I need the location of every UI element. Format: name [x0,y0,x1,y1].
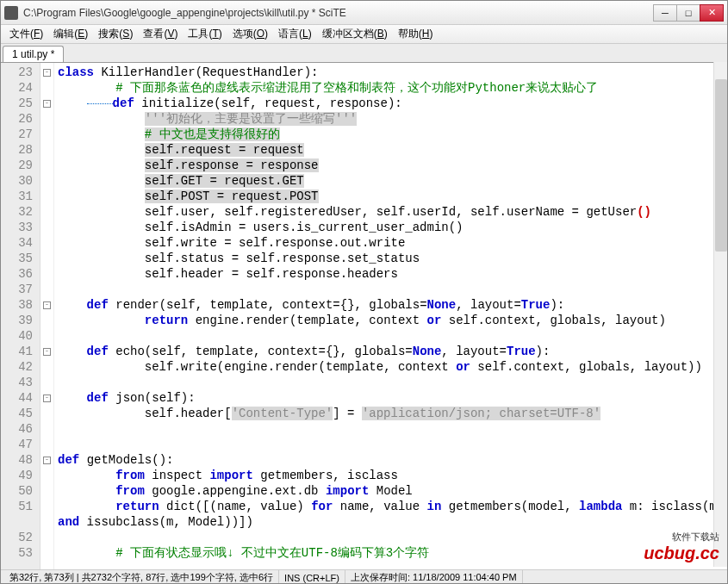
line-number: 24 [1,80,33,96]
fold-toggle[interactable]: - [40,297,53,313]
line-number: 32 [1,204,33,220]
app-icon [4,6,18,20]
code-line[interactable]: '''初始化，主要是设置了一些缩写''' [58,111,727,127]
code-line[interactable] [58,282,727,297]
code-line[interactable]: def getModels(): [58,452,727,468]
line-number: 50 [1,483,33,499]
vertical-scrollbar[interactable] [713,62,727,567]
code-line[interactable]: self.write = self.response.out.write [58,235,727,251]
fold-toggle[interactable]: - [40,344,53,359]
menu-f[interactable]: 文件(F) [4,25,48,43]
menu-v[interactable]: 查看(V) [138,25,183,43]
code-line[interactable]: self.response = response [58,158,727,173]
menu-h[interactable]: 帮助(H) [393,25,439,43]
line-number: 52 [1,530,33,545]
line-number: 28 [1,142,33,158]
line-number: 44 [1,390,33,406]
code-line[interactable]: self.request = request [58,142,727,158]
line-number: 25 [1,96,33,111]
code-line[interactable] [58,530,727,545]
code-line[interactable]: return engine.render(template, context o… [58,313,727,328]
code-line[interactable] [58,437,727,452]
line-number: 31 [1,189,33,204]
line-number: 45 [1,406,33,421]
code-line[interactable]: from inspect import getmembers, isclass [58,468,727,483]
line-number: 48 [1,452,33,468]
line-number: 29 [1,158,33,173]
code-line[interactable]: self.status = self.response.set_status [58,251,727,266]
line-number-gutter: 2324252627282930313233343536373839404142… [1,63,40,569]
code-line[interactable]: self.GET = request.GET [58,173,727,189]
code-line[interactable] [58,375,727,390]
status-bar: 第32行, 第73列 | 共2732个字符, 87行, 选中199个字符, 选中… [1,569,727,584]
line-number: 35 [1,251,33,266]
status-mode: INS (CR+LF) [279,570,345,584]
menu-l[interactable]: 语言(L) [273,25,317,43]
fold-toggle[interactable]: - [40,96,53,111]
maximize-button[interactable]: □ [676,4,700,22]
minimize-button[interactable]: ─ [653,4,677,22]
menu-t[interactable]: 工具(T) [183,25,227,43]
code-line[interactable]: # 下面那条蓝色的虚线表示缩进混用了空格和制表符，这个功能对Pythoner来说… [58,80,727,96]
line-number: 43 [1,375,33,390]
line-number: 23 [1,65,33,80]
line-number: 47 [1,437,33,452]
menu-e[interactable]: 编辑(E) [48,25,93,43]
line-number: 30 [1,173,33,189]
menu-b[interactable]: 缓冲区文档(B) [317,25,393,43]
code-line[interactable]: self.POST = request.POST [58,189,727,204]
window-controls: ─ □ ✕ [654,4,724,22]
line-number: 37 [1,282,33,297]
code-line[interactable]: return dict([(name, value) for name, val… [58,499,727,530]
line-number: 33 [1,220,33,235]
close-button[interactable]: ✕ [700,4,724,22]
editor-area[interactable]: 2324252627282930313233343536373839404142… [1,63,727,569]
line-number: 49 [1,468,33,483]
fold-toggle[interactable]: - [40,452,53,468]
status-saved: 上次保存时间: 11/18/2009 11:04:40 PM [345,570,523,584]
line-number: 38 [1,297,33,313]
code-line[interactable]: class KillerHandler(RequestHandler): [58,65,727,80]
menu-s[interactable]: 搜索(S) [93,25,138,43]
code-line[interactable]: self.write(engine.render(template, conte… [58,359,727,375]
code-line[interactable]: def json(self): [58,390,727,406]
scrollbar-thumb[interactable] [715,79,727,252]
line-number: 41 [1,344,33,359]
code-line[interactable] [58,421,727,437]
window-title: C:\Program Files\Google\google_appengine… [23,7,654,19]
code-line[interactable]: self.header = self.response.headers [58,266,727,282]
line-number: 51 [1,499,33,514]
code-line[interactable]: # 下面有状态显示哦↓ 不过中文在UTF-8编码下算3个字符 [58,545,727,561]
line-number: 40 [1,328,33,344]
code-line[interactable]: def echo(self, template, context={}, glo… [58,344,727,359]
code-line[interactable]: def initialize(self, request, response): [58,96,727,111]
line-number: 42 [1,359,33,375]
line-number: 53 [1,545,33,561]
fold-toggle[interactable]: - [40,390,53,406]
code-line[interactable]: from google.appengine.ext.db import Mode… [58,483,727,499]
code-line[interactable]: # 中文也是支持得很好的 [58,127,727,142]
code-line[interactable]: self.user, self.registeredUser, self.use… [58,204,727,220]
status-position: 第32行, 第73列 | 共2732个字符, 87行, 选中199个字符, 选中… [4,570,279,584]
menu-o[interactable]: 选项(O) [227,25,273,43]
line-number: 27 [1,127,33,142]
menu-bar: 文件(F)编辑(E)搜索(S)查看(V)工具(T)选项(O)语言(L)缓冲区文档… [1,25,727,44]
title-bar: C:\Program Files\Google\google_appengine… [1,1,727,25]
tab-file[interactable]: 1 util.py * [3,46,64,62]
line-number: 34 [1,235,33,251]
code-line[interactable]: def render(self, template, context={}, g… [58,297,727,313]
code-line[interactable]: self.isAdmin = users.is_current_user_adm… [58,220,727,235]
line-number: 26 [1,111,33,127]
tab-bar: 1 util.py * [1,44,727,63]
code-line[interactable] [58,328,727,344]
fold-toggle[interactable]: - [40,65,53,80]
code-line[interactable]: self.header['Content-Type'] = 'applicati… [58,406,727,421]
line-number: 36 [1,266,33,282]
line-number: 46 [1,421,33,437]
code-content[interactable]: class KillerHandler(RequestHandler): # 下… [54,63,727,569]
line-number: 39 [1,313,33,328]
fold-margin[interactable]: ------ [40,63,54,569]
